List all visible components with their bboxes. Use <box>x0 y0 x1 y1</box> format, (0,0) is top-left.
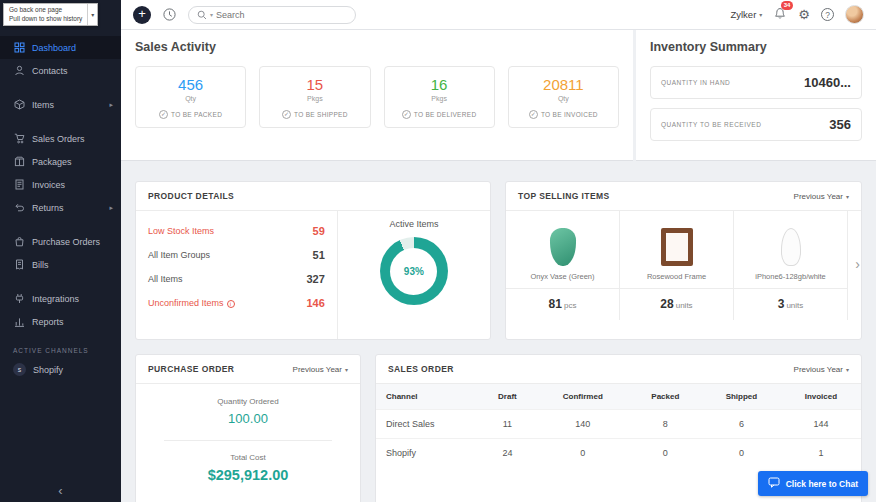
sidebar-item-reports[interactable]: Reports <box>0 310 121 333</box>
tooltip-line-2: Pull down to show history <box>9 15 82 24</box>
sidebar-item-purchase-orders[interactable]: Purchase Orders <box>0 230 121 253</box>
org-switcher[interactable]: Zylker ▾ <box>730 9 762 20</box>
sidebar-item-label: Purchase Orders <box>32 237 113 247</box>
unconfirmed-items-row[interactable]: Unconfirmed Itemsi 146 <box>148 291 325 315</box>
sidebar: Dashboard Contacts Items ▸ Sales Orders … <box>0 0 121 502</box>
sidebar-item-shopify[interactable]: s Shopify <box>0 358 121 381</box>
chat-bubble-icon <box>768 477 780 490</box>
next-items-chevron[interactable]: › <box>855 256 860 272</box>
stat-value: 20811 <box>513 76 614 93</box>
product-details-card: PRODUCT DETAILS Low Stock Items 59 All I… <box>135 181 491 340</box>
cell: 6 <box>702 410 781 439</box>
items-cube-icon <box>13 99 25 111</box>
inventory-summary-title: Inventory Summary <box>650 40 862 54</box>
donut-percentage: 93% <box>390 248 437 295</box>
search-input[interactable] <box>216 10 347 20</box>
top-selling-period-dropdown[interactable]: Previous Year ▾ <box>794 192 849 201</box>
product-thumbnail <box>550 220 576 266</box>
stat-label-row: ✓ TO BE DELIVERED <box>389 110 490 119</box>
quantity-in-hand-row[interactable]: QUANTITY IN HAND 10460... <box>650 66 862 99</box>
top-selling-item-rosewood-frame[interactable]: Rosewood Frame 28units <box>620 211 734 320</box>
sidebar-item-sales-orders[interactable]: Sales Orders <box>0 127 121 150</box>
cell: 8 <box>629 410 702 439</box>
chat-button[interactable]: Click here to Chat <box>758 471 868 496</box>
green-vase-image <box>550 228 576 266</box>
submenu-arrow-icon: ▸ <box>109 204 113 212</box>
stat-to-be-delivered[interactable]: 16 Pkgs ✓ TO BE DELIVERED <box>384 66 495 128</box>
dashboard-content: Sales Activity 456 Qty ✓ TO BE PACKED 15 <box>121 30 876 502</box>
tooltip-dropdown-icon[interactable]: ▾ <box>87 4 97 25</box>
pd-value: 327 <box>306 273 324 285</box>
product-thumbnail <box>781 220 801 266</box>
stat-unit: Pkgs <box>264 95 365 102</box>
cart-icon <box>13 133 25 145</box>
col-confirmed: Confirmed <box>537 384 629 410</box>
pd-label: Unconfirmed Itemsi <box>148 298 235 309</box>
stat-label: TO BE INVOICED <box>541 111 598 118</box>
product-name: Rosewood Frame <box>643 272 710 281</box>
sidebar-item-invoices[interactable]: Invoices <box>0 173 121 196</box>
wood-frame-image <box>661 228 693 266</box>
plug-icon <box>13 293 25 305</box>
active-channels-heading: ACTIVE CHANNELS <box>13 347 121 354</box>
table-row-shopify[interactable]: Shopify 24 0 0 0 1 <box>376 439 861 468</box>
notification-count-badge: 34 <box>781 1 794 10</box>
all-item-groups-row[interactable]: All Item Groups 51 <box>148 243 325 267</box>
total-cost-value: $295,912.00 <box>136 467 360 483</box>
cell: 11 <box>478 410 537 439</box>
notifications-button[interactable]: 34 <box>773 6 787 24</box>
quantity-to-be-received-row[interactable]: QUANTITY TO BE RECEIVED 356 <box>650 108 862 141</box>
active-items-donut[interactable]: 93% <box>380 237 448 305</box>
sidebar-item-dashboard[interactable]: Dashboard <box>0 36 121 59</box>
search-scope-caret-icon[interactable]: ▾ <box>210 11 213 18</box>
low-stock-items-row[interactable]: Low Stock Items 59 <box>148 219 325 243</box>
topbar: + ▾ Zylker ▾ 34 ⚙ ? <box>121 0 876 30</box>
divider <box>164 440 332 441</box>
help-button[interactable]: ? <box>821 8 834 21</box>
all-items-row[interactable]: All Items 327 <box>148 267 325 291</box>
table-header-row: Channel Draft Confirmed Packed Shipped I… <box>376 384 861 410</box>
product-name: Onyx Vase (Green) <box>526 272 598 281</box>
sidebar-item-items[interactable]: Items ▸ <box>0 93 121 116</box>
quantity-ordered-value: 100.00 <box>136 411 360 426</box>
sales-order-period-dropdown[interactable]: Previous Year ▾ <box>794 365 849 374</box>
return-arrow-icon <box>13 202 25 214</box>
purchase-order-period-dropdown[interactable]: Previous Year ▾ <box>293 365 348 374</box>
top-selling-item-iphone[interactable]: iPhone6-128gb/white 3units <box>734 211 848 320</box>
sales-activity-title: Sales Activity <box>135 40 619 54</box>
sidebar-item-integrations[interactable]: Integrations <box>0 287 121 310</box>
chat-button-label: Click here to Chat <box>786 479 858 489</box>
sidebar-collapse-button[interactable]: ‹ <box>0 483 121 498</box>
sidebar-item-returns[interactable]: Returns ▸ <box>0 196 121 219</box>
recent-activity-icon[interactable] <box>162 7 177 22</box>
sidebar-item-packages[interactable]: Packages <box>0 150 121 173</box>
settings-gear-icon[interactable]: ⚙ <box>798 7 810 22</box>
user-avatar[interactable] <box>845 5 864 24</box>
sidebar-item-contacts[interactable]: Contacts <box>0 59 121 82</box>
table-row-direct-sales[interactable]: Direct Sales 11 140 8 6 144 <box>376 410 861 439</box>
product-quantity: 81pcs <box>506 288 619 320</box>
pd-value: 59 <box>313 225 325 237</box>
sidebar-nav: Dashboard Contacts Items ▸ Sales Orders … <box>0 36 121 333</box>
global-search[interactable]: ▾ <box>188 6 356 24</box>
bar-chart-icon <box>13 316 25 328</box>
stat-to-be-packed[interactable]: 456 Qty ✓ TO BE PACKED <box>135 66 246 128</box>
active-items-section: Active Items 93% <box>338 211 490 339</box>
pd-value: 51 <box>313 249 325 261</box>
stat-to-be-invoiced[interactable]: 20811 Qty ✓ TO BE INVOICED <box>508 66 619 128</box>
cell: 0 <box>537 439 629 468</box>
cell: 1 <box>781 439 861 468</box>
sidebar-item-label: Shopify <box>33 365 113 375</box>
stat-to-be-shipped[interactable]: 15 Pkgs ✓ TO BE SHIPPED <box>259 66 370 128</box>
top-selling-item-onyx-vase[interactable]: Onyx Vase (Green) 81pcs <box>506 211 620 320</box>
product-details-header: PRODUCT DETAILS <box>136 182 490 211</box>
cell: 0 <box>702 439 781 468</box>
purchase-order-body: Quantity Ordered 100.00 Total Cost $295,… <box>136 384 360 483</box>
sales-order-title: SALES ORDER <box>388 364 454 374</box>
quick-create-button[interactable]: + <box>133 6 151 24</box>
sidebar-item-label: Bills <box>32 260 113 270</box>
submenu-arrow-icon: ▸ <box>109 101 113 109</box>
purchase-order-card: PURCHASE ORDER Previous Year ▾ Quantity … <box>135 354 361 502</box>
shopping-bag-icon <box>13 236 25 248</box>
sidebar-item-bills[interactable]: Bills <box>0 253 121 276</box>
